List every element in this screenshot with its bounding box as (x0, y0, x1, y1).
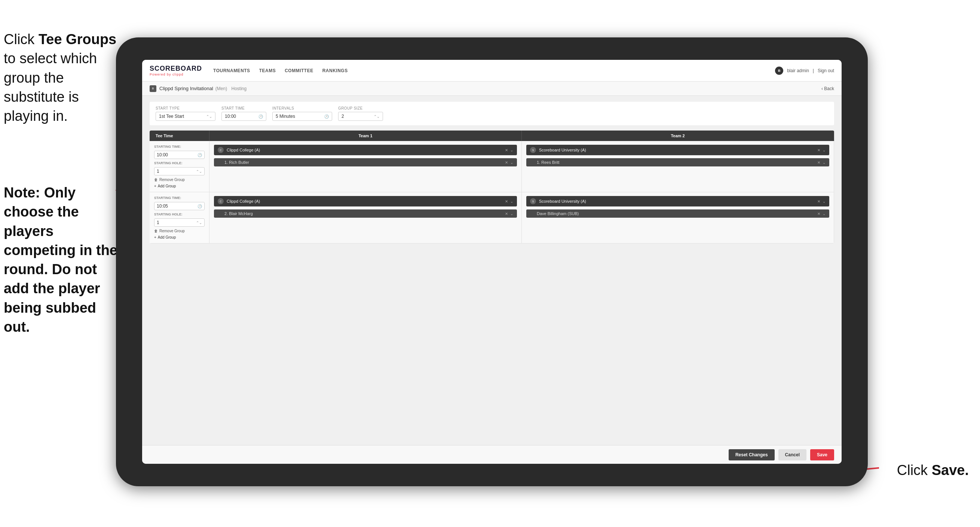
footer: Reset Changes Cancel Save (142, 445, 842, 464)
team2-chevron-2[interactable]: ⌄ (822, 199, 826, 204)
nav-committee[interactable]: COMMITTEE (285, 67, 313, 75)
save-button[interactable]: Save (810, 449, 834, 460)
breadcrumb-icon: B (150, 85, 156, 92)
remove-group-button-2[interactable]: 🗑 Remove Group (154, 229, 205, 233)
starting-time-value-2: 10:05 (157, 204, 168, 209)
starting-hole-value-1: 1 (157, 169, 159, 174)
player2-remove-1[interactable]: ✕ (817, 161, 820, 165)
team1-cell-2: C Clippd College (A) ✕ ⌄ 2. Blair McHarg (210, 192, 522, 243)
reset-changes-button[interactable]: Reset Changes (729, 449, 775, 460)
breadcrumb-bar: B Clippd Spring Invitational (Men) Hosti… (142, 81, 842, 96)
team1-icon-1: C (218, 147, 224, 153)
team1-entry-1[interactable]: C Clippd College (A) ✕ ⌄ (214, 145, 517, 155)
add-group-button-2[interactable]: + Add Group (154, 235, 205, 239)
start-type-value: 1st Tee Start (159, 114, 184, 119)
remove-group-button-1[interactable]: 🗑 Remove Group (154, 178, 205, 182)
starting-hole-input-1[interactable]: 1 ⌃⌄ (154, 167, 205, 175)
tablet-screen: SCOREBOARD Powered by clippd TOURNAMENTS… (142, 60, 842, 464)
player1-remove-1[interactable]: ✕ (505, 161, 508, 165)
player1-controls-2: ✕ ⌄ (505, 212, 513, 216)
instruction-rest: to select which group the substitute is … (4, 51, 97, 124)
team1-name-1: Clippd College (A) (227, 148, 260, 152)
logo: SCOREBOARD Powered by clippd (150, 65, 202, 76)
start-type-label: Start Type (156, 106, 215, 110)
team2-controls-1: ✕ ⌄ (817, 148, 826, 152)
group-row: STARTING TIME: 10:00 🕐 STARTING HOLE: 1 … (150, 141, 834, 192)
note-text: Note: Only choose the players competing … (4, 183, 120, 337)
nav-links: TOURNAMENTS TEAMS COMMITTEE RANKINGS (213, 67, 775, 75)
cancel-button[interactable]: Cancel (778, 449, 807, 460)
note-label: Note: (4, 185, 44, 201)
nav-rankings[interactable]: RANKINGS (323, 67, 348, 75)
back-button[interactable]: ‹ Back (821, 86, 834, 91)
player2-name-1: 1. Rees Britt (537, 160, 560, 165)
starting-time-input-2[interactable]: 10:05 🕐 (154, 202, 205, 210)
player1-chevron-1[interactable]: ⌄ (510, 161, 513, 165)
main-content: Start Type 1st Tee Start ⌃⌄ Start Time 1… (142, 96, 842, 445)
team2-cell-2: S Scoreboard University (A) ✕ ⌄ Dave Bil… (522, 192, 834, 243)
team2-remove-1[interactable]: ✕ (817, 148, 820, 152)
player1-entry-1[interactable]: 1. Rich Butler ✕ ⌄ (214, 158, 517, 166)
player1-remove-2[interactable]: ✕ (505, 212, 508, 216)
tee-table-header: Tee Time Team 1 Team 2 (150, 131, 834, 141)
team2-chevron-1[interactable]: ⌄ (822, 148, 826, 152)
player1-chevron-2[interactable]: ⌄ (510, 212, 513, 216)
player2-chevron-1[interactable]: ⌄ (822, 161, 826, 165)
team1-chevron-2[interactable]: ⌄ (510, 199, 513, 204)
instruction-bold: Tee Groups (38, 32, 116, 47)
add-group-button-1[interactable]: + Add Group (154, 184, 205, 188)
click-save-label: Click Save. (897, 462, 969, 478)
start-type-spinner: ⌃⌄ (206, 115, 212, 119)
player2-name-2: Dave Billingham (SUB) (537, 211, 579, 216)
team2-remove-2[interactable]: ✕ (817, 199, 820, 204)
player2-remove-2[interactable]: ✕ (817, 212, 820, 216)
start-time-input[interactable]: 10:00 🕐 (221, 112, 266, 121)
player2-chevron-2[interactable]: ⌄ (822, 212, 826, 216)
starting-hole-value-2: 1 (157, 220, 159, 225)
group-size-spinner: ⌃⌄ (374, 115, 380, 119)
starting-time-input-1[interactable]: 10:00 🕐 (154, 151, 205, 159)
time-clock-icon-2: 🕐 (197, 204, 202, 209)
sign-out-link[interactable]: Sign out (818, 68, 834, 73)
start-time-group: Start Time 10:00 🕐 (221, 106, 266, 121)
team1-entry-2[interactable]: C Clippd College (A) ✕ ⌄ (214, 196, 517, 207)
team2-name-1: Scoreboard University (A) (539, 148, 586, 152)
team2-entry-left-1: S Scoreboard University (A) (530, 147, 586, 153)
nav-teams[interactable]: TEAMS (259, 67, 276, 75)
group-size-input[interactable]: 2 ⌃⌄ (338, 112, 383, 121)
team1-remove-1[interactable]: ✕ (505, 148, 508, 152)
team1-controls-2: ✕ ⌄ (505, 199, 513, 204)
click-save-text-pre: Click (897, 462, 932, 478)
add-icon-1: + (154, 184, 156, 188)
logo-top: SCOREBOARD (150, 65, 202, 73)
start-type-input[interactable]: 1st Tee Start ⌃⌄ (156, 112, 215, 121)
group-row-2: STARTING TIME: 10:05 🕐 STARTING HOLE: 1 … (150, 192, 834, 244)
team1-cell-1: C Clippd College (A) ✕ ⌄ 1. Rich Butler (210, 141, 522, 192)
settings-row: Start Type 1st Tee Start ⌃⌄ Start Time 1… (150, 102, 834, 125)
team2-name-2: Scoreboard University (A) (539, 199, 586, 204)
breadcrumb-title: Clippd Spring Invitational (159, 86, 213, 91)
team2-icon-2: S (530, 198, 536, 204)
starting-hole-label-1: STARTING HOLE: (154, 161, 205, 165)
remove-icon-1: 🗑 (154, 178, 158, 182)
starting-hole-input-2[interactable]: 1 ⌃⌄ (154, 218, 205, 227)
team1-chevron-1[interactable]: ⌄ (510, 148, 513, 152)
player2-entry-2[interactable]: Dave Billingham (SUB) ✕ ⌄ (526, 209, 829, 218)
nav-tournaments[interactable]: TOURNAMENTS (213, 67, 250, 75)
player1-entry-2[interactable]: 2. Blair McHarg ✕ ⌄ (214, 209, 517, 218)
team2-entry-2[interactable]: S Scoreboard University (A) ✕ ⌄ (526, 196, 829, 207)
starting-time-label-1: STARTING TIME: (154, 145, 205, 148)
player2-controls-2: ✕ ⌄ (817, 212, 826, 216)
team2-entry-1[interactable]: S Scoreboard University (A) ✕ ⌄ (526, 145, 829, 155)
player1-name-1: 1. Rich Butler (224, 160, 249, 165)
player2-entry-1[interactable]: 1. Rees Britt ✕ ⌄ (526, 158, 829, 166)
hole-spinner-2: ⌃⌄ (196, 221, 202, 225)
remove-icon-2: 🗑 (154, 229, 158, 233)
team2-cell-1: S Scoreboard University (A) ✕ ⌄ 1. Rees … (522, 141, 834, 192)
team1-remove-2[interactable]: ✕ (505, 199, 508, 204)
intervals-input[interactable]: 5 Minutes 🕐 (272, 112, 332, 121)
intervals-label: Intervals (272, 106, 332, 110)
player1-controls-1: ✕ ⌄ (505, 161, 513, 165)
col-team1: Team 1 (210, 131, 522, 141)
team1-icon-2: C (218, 198, 224, 204)
